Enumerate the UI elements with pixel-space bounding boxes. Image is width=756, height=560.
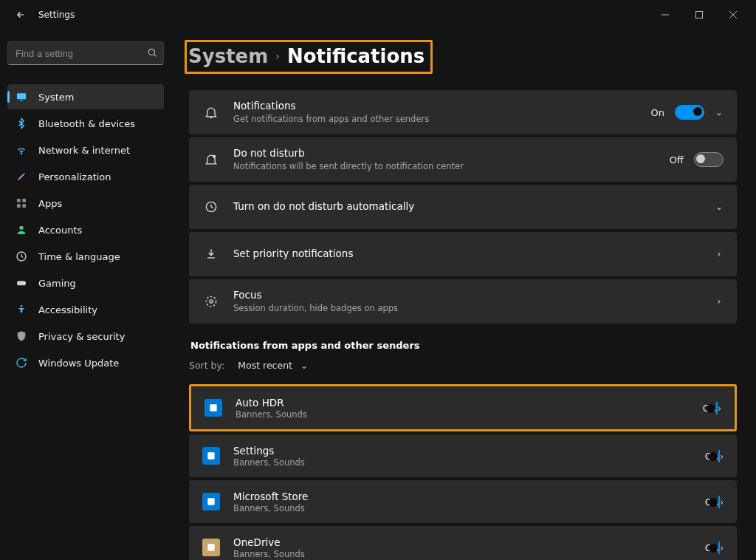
sidebar-item-apps[interactable]: Apps	[7, 191, 164, 216]
minimize-button[interactable]	[648, 3, 682, 27]
app-row-auto-hdr[interactable]: Auto HDRBanners, SoundsOn›	[191, 386, 735, 429]
chevron-right-icon[interactable]: ›	[715, 296, 724, 307]
svg-rect-23	[207, 498, 214, 505]
app-icon	[202, 539, 220, 556]
sidebar-item-network-internet[interactable]: Network & internet	[7, 137, 164, 163]
toggle-state-label: On	[651, 107, 664, 118]
moon-bell-icon	[202, 151, 220, 168]
app-toggle[interactable]	[716, 402, 718, 414]
app-row-onedrive[interactable]: OneDriveBanners, SoundsOn›	[189, 526, 737, 560]
app-title: Microsoft Store	[233, 491, 705, 502]
card-do-not-disturb[interactable]: Do not disturb Notifications will be sen…	[189, 137, 737, 182]
sort-dropdown[interactable]: Most recent ⌄	[232, 357, 315, 374]
app-notification-list: Auto HDRBanners, SoundsOn›SettingsBanner…	[189, 384, 737, 560]
brush-icon	[15, 170, 28, 183]
app-subtitle: Banners, Sounds	[233, 503, 705, 513]
sidebar: SystemBluetooth & devicesNetwork & inter…	[0, 30, 171, 560]
sidebar-item-label: Network & internet	[38, 145, 130, 156]
app-icon	[202, 447, 220, 465]
chevron-right-icon[interactable]: ›	[720, 497, 724, 508]
breadcrumb: System › Notifications	[189, 40, 737, 74]
app-icon	[202, 493, 220, 511]
sidebar-item-personalization[interactable]: Personalization	[7, 164, 164, 189]
card-subtitle: Get notifications from apps and other se…	[233, 114, 651, 125]
chevron-down-icon[interactable]: ⌄	[715, 107, 724, 117]
card-title: Set priority notifications	[233, 247, 715, 261]
highlighted-app-row: Auto HDRBanners, SoundsOn›	[189, 384, 737, 431]
app-icon	[205, 399, 222, 417]
sort-bar: Sort by: Most recent ⌄	[189, 357, 737, 374]
sidebar-item-label: Accessibility	[38, 304, 97, 315]
app-row-microsoft-store[interactable]: Microsoft StoreBanners, SoundsOn›	[189, 480, 737, 523]
sidebar-item-label: Gaming	[38, 278, 76, 289]
card-focus[interactable]: Focus Session duration, hide badges on a…	[189, 279, 737, 324]
card-title: Do not disturb	[233, 147, 670, 160]
focus-icon	[202, 293, 220, 310]
svg-point-20	[210, 300, 213, 303]
search-input[interactable]	[14, 47, 147, 60]
sidebar-item-label: Bluetooth & devices	[38, 118, 135, 129]
app-title: Auto HDR	[236, 397, 703, 409]
app-toggle[interactable]	[718, 496, 720, 508]
svg-point-16	[21, 305, 23, 307]
svg-point-19	[206, 296, 216, 306]
app-toggle[interactable]	[718, 450, 720, 462]
sidebar-item-time-language[interactable]: Time & language	[7, 244, 164, 269]
wifi-icon	[15, 143, 28, 157]
chevron-down-icon: ⌄	[300, 361, 309, 371]
svg-point-8	[21, 153, 21, 154]
svg-point-4	[148, 49, 154, 55]
chevron-right-icon[interactable]: ›	[718, 403, 721, 414]
sidebar-item-label: System	[38, 92, 74, 103]
sidebar-item-privacy-security[interactable]: Privacy & security	[7, 324, 164, 349]
window-title: Settings	[38, 10, 75, 20]
titlebar: Settings	[0, 0, 756, 30]
svg-rect-24	[207, 544, 214, 550]
card-title: Turn on do not disturb automatically	[233, 200, 715, 214]
sidebar-item-windows-update[interactable]: Windows Update	[7, 350, 164, 375]
svg-rect-12	[22, 204, 26, 208]
sort-value: Most recent	[238, 360, 292, 371]
back-button[interactable]	[9, 3, 32, 27]
access-icon	[15, 303, 28, 316]
svg-rect-11	[17, 204, 21, 208]
update-icon	[15, 356, 28, 369]
card-subtitle: Notifications will be sent directly to n…	[233, 161, 670, 172]
card-notifications[interactable]: Notifications Get notifications from app…	[189, 90, 737, 134]
sidebar-item-system[interactable]: System	[7, 84, 164, 109]
chevron-right-icon[interactable]: ›	[715, 249, 724, 259]
sidebar-item-accounts[interactable]: Accounts	[7, 217, 164, 242]
sort-label: Sort by:	[189, 360, 224, 371]
sidebar-item-label: Accounts	[38, 225, 82, 236]
sidebar-item-label: Windows Update	[38, 358, 119, 369]
svg-rect-9	[17, 199, 21, 202]
app-title: OneDrive	[233, 536, 705, 548]
chevron-right-icon[interactable]: ›	[720, 543, 724, 553]
search-box[interactable]	[7, 41, 164, 65]
svg-point-17	[213, 155, 216, 158]
chevron-right-icon[interactable]: ›	[720, 451, 724, 462]
app-toggle[interactable]	[718, 542, 720, 554]
card-priority-notifications[interactable]: Set priority notifications ›	[189, 232, 737, 276]
sidebar-item-bluetooth-devices[interactable]: Bluetooth & devices	[7, 111, 164, 136]
card-auto-dnd[interactable]: Turn on do not disturb automatically ⌄	[189, 185, 737, 229]
gamepad-icon	[15, 276, 28, 290]
app-subtitle: Banners, Sounds	[236, 409, 703, 420]
sidebar-item-accessibility[interactable]: Accessibility	[7, 297, 164, 322]
card-subtitle: Session duration, hide badges on apps	[233, 303, 715, 314]
maximize-button[interactable]	[682, 3, 716, 27]
bluetooth-icon	[15, 117, 28, 130]
svg-point-13	[19, 226, 23, 230]
shield-icon	[15, 329, 28, 343]
main-panel: System › Notifications Notifications Get…	[171, 30, 756, 560]
sidebar-item-gaming[interactable]: Gaming	[7, 270, 164, 296]
dnd-toggle[interactable]	[694, 152, 724, 167]
app-row-settings[interactable]: SettingsBanners, SoundsOn›	[189, 434, 737, 477]
display-icon	[15, 90, 28, 103]
card-title: Notifications	[233, 100, 651, 113]
notifications-toggle[interactable]	[675, 105, 704, 120]
breadcrumb-parent[interactable]: System	[188, 45, 268, 67]
svg-rect-15	[17, 281, 26, 285]
close-button[interactable]	[716, 3, 750, 27]
chevron-down-icon[interactable]: ⌄	[715, 202, 724, 212]
